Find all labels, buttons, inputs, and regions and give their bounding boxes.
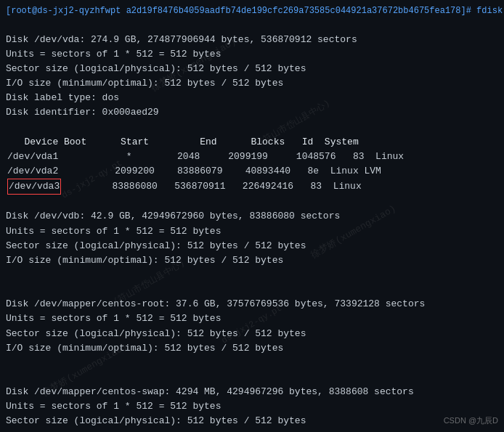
centos-root-io-size: I/O size (minimum/optimal): 512 bytes / … bbox=[6, 341, 498, 356]
centos-swap-units: Units = sectors of 1 * 512 = 512 bytes bbox=[6, 399, 498, 414]
vda-sector-size: Sector size (logical/physical): 512 byte… bbox=[6, 62, 498, 76]
prompt-line: [root@ds-jxj2-qyzhfwpt a2d19f8476b4059aa… bbox=[6, 4, 498, 18]
vda-units: Units = sectors of 1 * 512 = 512 bytes bbox=[6, 47, 498, 62]
vda3-highlight: /dev/vda3 bbox=[7, 179, 61, 195]
blank-line-4 bbox=[6, 268, 498, 282]
partition-table: Device Boot Start End Blocks Id System /… bbox=[7, 121, 498, 195]
vdb-disk-info: Disk /dev/vdb: 42.9 GB, 42949672960 byte… bbox=[6, 209, 498, 224]
terminal-window: [root@ds-jxj2-qyzhfwpt a2d19f8476b4059aa… bbox=[0, 0, 504, 432]
centos-swap-disk-info: Disk /dev/mapper/centos-swap: 4294 MB, 4… bbox=[6, 385, 498, 399]
vda-label-type: Disk label type: dos bbox=[6, 91, 498, 105]
centos-swap-block: Disk /dev/mapper/centos-swap: 4294 MB, 4… bbox=[6, 370, 498, 432]
blank-line-2 bbox=[7, 121, 498, 135]
centos-root-sector-size: Sector size (logical/physical): 512 byte… bbox=[6, 327, 498, 341]
vda-disk-info: Disk /dev/vda: 274.9 GB, 274877906944 by… bbox=[6, 33, 498, 47]
vdb-units: Units = sectors of 1 * 512 = 512 bytes bbox=[6, 224, 498, 239]
vdb-sector-size: Sector size (logical/physical): 512 byte… bbox=[6, 239, 498, 253]
centos-root-disk-info: Disk /dev/mapper/centos-root: 37.6 GB, 3… bbox=[6, 297, 498, 311]
vdb-io-size: I/O size (minimum/optimal): 512 bytes / … bbox=[6, 253, 498, 268]
vdb-info-block: Disk /dev/vdb: 42.9 GB, 42949672960 byte… bbox=[6, 195, 498, 282]
blank-line-1 bbox=[6, 18, 498, 33]
blank-line-7 bbox=[6, 370, 498, 385]
blank-line-5 bbox=[6, 282, 498, 297]
vda-identifier: Disk identifier: 0x000aed29 bbox=[6, 105, 498, 120]
centos-root-block: Disk /dev/mapper/centos-root: 37.6 GB, 3… bbox=[6, 282, 498, 370]
centos-root-units: Units = sectors of 1 * 512 = 512 bytes bbox=[6, 311, 498, 326]
centos-swap-sector-size: Sector size (logical/physical): 512 byte… bbox=[6, 414, 498, 428]
partition-row-vda1: /dev/vda1 * 2048 2099199 1048576 83 Linu… bbox=[7, 150, 498, 164]
vda-io-size: I/O size (minimum/optimal): 512 bytes / … bbox=[6, 76, 498, 91]
blank-line-3 bbox=[6, 195, 498, 209]
vda-info-block: Disk /dev/vda: 274.9 GB, 274877906944 by… bbox=[6, 18, 498, 121]
csdn-badge: CSDN @九辰D bbox=[444, 415, 498, 426]
partition-table-header: Device Boot Start End Blocks Id System bbox=[7, 135, 498, 150]
partition-row-vda3: /dev/vda3 83886080 536870911 226492416 8… bbox=[7, 179, 498, 195]
blank-line-6 bbox=[6, 356, 498, 370]
partition-row-vda2: /dev/vda2 2099200 83886079 40893440 8e L… bbox=[7, 164, 498, 179]
centos-swap-io-size: I/O size (minimum/optimal): 512 bytes / … bbox=[6, 429, 498, 432]
